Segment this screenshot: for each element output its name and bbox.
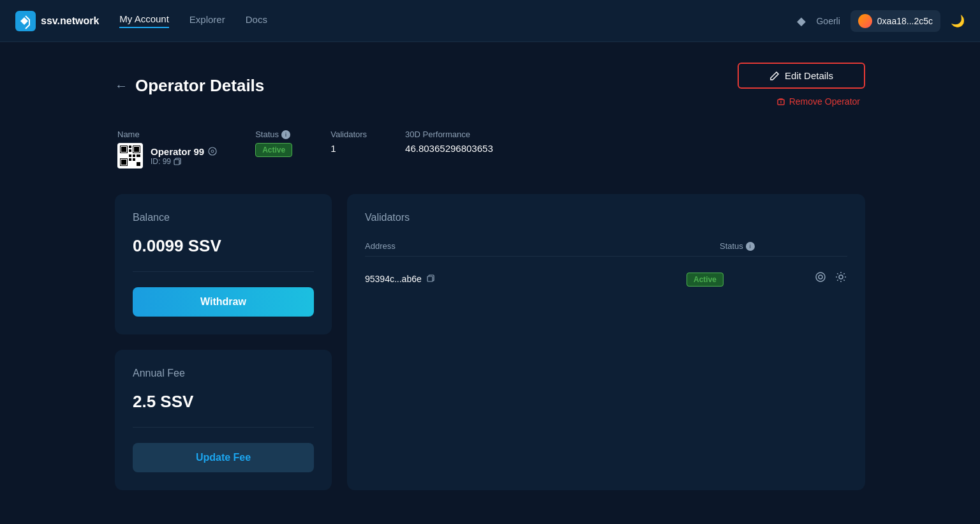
trash-icon bbox=[776, 97, 785, 106]
qr-code-image bbox=[119, 144, 142, 167]
nav-my-account[interactable]: My Account bbox=[119, 13, 169, 28]
svg-rect-19 bbox=[133, 158, 135, 161]
annual-fee-card-title: Annual Fee bbox=[133, 368, 314, 379]
page-header: ← Operator Details Edit Details Remove O… bbox=[115, 63, 865, 109]
annual-fee-divider bbox=[133, 427, 314, 428]
validators-label: Validators bbox=[330, 130, 367, 139]
svg-point-24 bbox=[816, 273, 825, 281]
header-actions: Edit Details Remove Operator bbox=[738, 63, 865, 109]
operator-performance-col: 30D Performance 46.80365296803653 bbox=[405, 130, 493, 154]
ethereum-icon: ◆ bbox=[797, 14, 806, 28]
annual-fee-value: 2.5 SSV bbox=[133, 392, 314, 412]
operator-name-row: Operator 99 ID: 99 bbox=[117, 143, 217, 168]
svg-rect-17 bbox=[137, 154, 140, 157]
status-col-info-icon: i bbox=[746, 242, 755, 251]
page-title: Operator Details bbox=[135, 76, 264, 96]
performance-label: 30D Performance bbox=[405, 130, 493, 139]
external-link-icon[interactable] bbox=[208, 147, 217, 156]
validators-count: 1 bbox=[330, 143, 367, 154]
nav-explorer[interactable]: Explorer bbox=[189, 14, 225, 27]
wallet-badge[interactable]: 0xaa18...2c5c bbox=[850, 10, 940, 32]
svg-rect-14 bbox=[129, 149, 131, 152]
svg-rect-16 bbox=[133, 154, 135, 157]
page-title-group: ← Operator Details bbox=[115, 76, 264, 96]
copy-id-icon[interactable] bbox=[174, 158, 181, 165]
nav-links: My Account Explorer Docs bbox=[119, 13, 797, 28]
logo-text: ssv.network bbox=[41, 15, 99, 27]
status-col-header: Status i bbox=[720, 241, 847, 251]
svg-point-21 bbox=[209, 147, 216, 155]
update-fee-button[interactable]: Update Fee bbox=[133, 443, 314, 472]
main-content: ← Operator Details Edit Details Remove O… bbox=[0, 42, 980, 511]
svg-rect-6 bbox=[121, 147, 126, 152]
svg-rect-22 bbox=[174, 160, 179, 165]
svg-rect-23 bbox=[427, 276, 433, 281]
view-validator-icon[interactable] bbox=[814, 271, 827, 287]
balance-divider bbox=[133, 271, 314, 272]
svg-rect-12 bbox=[121, 160, 126, 165]
svg-rect-9 bbox=[134, 147, 139, 152]
balance-value: 0.0099 SSV bbox=[133, 236, 314, 256]
operator-validators-col: Validators 1 bbox=[330, 130, 367, 154]
operator-qr-code bbox=[117, 143, 143, 168]
svg-rect-18 bbox=[129, 158, 131, 161]
name-label: Name bbox=[117, 130, 217, 139]
balance-card-title: Balance bbox=[133, 212, 314, 223]
nav-docs[interactable]: Docs bbox=[246, 14, 267, 27]
status-info-icon: i bbox=[281, 130, 290, 139]
validator-address: 95394c...ab6e bbox=[365, 274, 687, 284]
cards-row: Balance 0.0099 SSV Withdraw Annual Fee 2… bbox=[115, 194, 865, 490]
navbar-right: ◆ Goerli 0xaa18...2c5c 🌙 bbox=[797, 10, 965, 32]
wallet-address: 0xaa18...2c5c bbox=[877, 16, 933, 26]
wallet-avatar bbox=[858, 14, 872, 28]
validators-table-header: Address Status i bbox=[365, 236, 847, 257]
theme-toggle-button[interactable]: 🌙 bbox=[951, 14, 965, 28]
validators-card-title: Validators bbox=[365, 212, 847, 223]
svg-rect-15 bbox=[129, 154, 131, 157]
table-row: 95394c...ab6e Active bbox=[365, 262, 847, 296]
status-badge: Active bbox=[255, 143, 292, 157]
balance-card: Balance 0.0099 SSV Withdraw bbox=[115, 194, 332, 334]
operator-name-details: Operator 99 ID: 99 bbox=[151, 146, 217, 166]
network-badge: Goerli bbox=[816, 16, 840, 26]
validator-actions bbox=[814, 271, 847, 287]
svg-point-26 bbox=[839, 275, 843, 279]
validators-card: Validators Address Status i 95394c...ab6… bbox=[347, 194, 865, 490]
ssv-logo-icon bbox=[15, 11, 36, 31]
remove-operator-button[interactable]: Remove Operator bbox=[771, 94, 865, 109]
operator-status-col: Status i Active bbox=[255, 130, 292, 157]
copy-address-icon[interactable] bbox=[427, 274, 436, 283]
edit-details-button[interactable]: Edit Details bbox=[738, 63, 865, 89]
withdraw-button[interactable]: Withdraw bbox=[133, 287, 314, 317]
address-col-header: Address bbox=[365, 241, 720, 251]
svg-rect-20 bbox=[137, 162, 140, 166]
logo[interactable]: ssv.network bbox=[15, 11, 99, 31]
left-cards: Balance 0.0099 SSV Withdraw Annual Fee 2… bbox=[115, 194, 332, 490]
validator-status: Active bbox=[687, 273, 814, 285]
back-button[interactable]: ← bbox=[115, 79, 128, 93]
svg-point-25 bbox=[819, 275, 822, 279]
operator-id: ID: 99 bbox=[151, 157, 217, 166]
navbar: ssv.network My Account Explorer Docs ◆ G… bbox=[0, 0, 980, 42]
edit-icon bbox=[769, 71, 780, 81]
validator-status-badge: Active bbox=[687, 273, 724, 287]
operator-name-text: Operator 99 bbox=[151, 146, 217, 157]
operator-name-col: Name bbox=[117, 130, 217, 168]
status-label: Status i bbox=[255, 130, 292, 139]
performance-value: 46.80365296803653 bbox=[405, 143, 493, 154]
validator-settings-icon[interactable] bbox=[835, 271, 847, 287]
svg-rect-13 bbox=[129, 146, 131, 148]
operator-info-row: Name bbox=[115, 130, 865, 168]
annual-fee-card: Annual Fee 2.5 SSV Update Fee bbox=[115, 350, 332, 490]
